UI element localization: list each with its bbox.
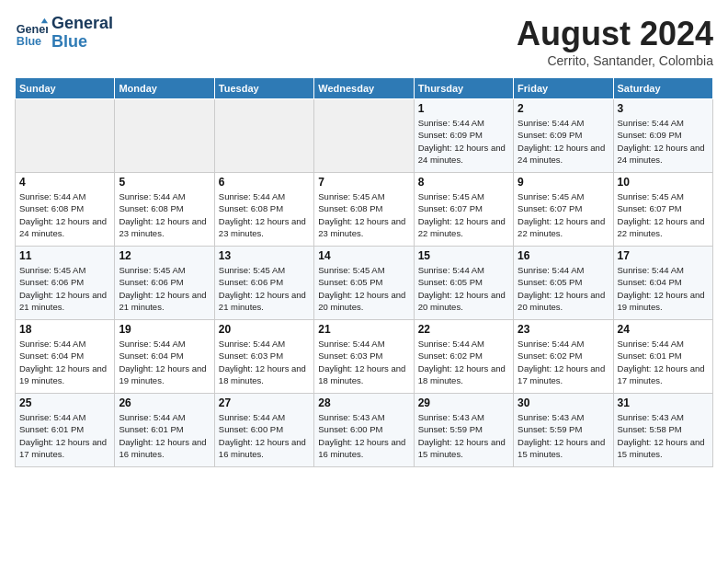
day-info: Sunrise: 5:44 AM Sunset: 6:04 PM Dayligh… <box>119 338 210 386</box>
calendar-day-cell: 17Sunrise: 5:44 AM Sunset: 6:04 PM Dayli… <box>613 247 712 320</box>
svg-marker-2 <box>41 18 48 23</box>
calendar-day-cell: 28Sunrise: 5:43 AM Sunset: 6:00 PM Dayli… <box>314 394 414 467</box>
day-number: 7 <box>318 176 409 189</box>
day-info: Sunrise: 5:44 AM Sunset: 6:04 PM Dayligh… <box>618 264 709 313</box>
day-info: Sunrise: 5:44 AM Sunset: 6:05 PM Dayligh… <box>518 264 609 313</box>
calendar-subtitle: Cerrito, Santander, Colombia <box>517 53 713 68</box>
day-number: 19 <box>119 323 210 336</box>
calendar-day-cell: 20Sunrise: 5:44 AM Sunset: 6:03 PM Dayli… <box>214 320 313 394</box>
calendar-day-cell: 14Sunrise: 5:45 AM Sunset: 6:05 PM Dayli… <box>314 247 414 320</box>
day-number: 16 <box>518 249 609 262</box>
title-block: August 2024 Cerrito, Santander, Colombia <box>517 15 713 68</box>
day-number: 6 <box>219 176 310 189</box>
logo: General Blue General Blue <box>15 15 113 52</box>
calendar-day-cell: 23Sunrise: 5:44 AM Sunset: 6:02 PM Dayli… <box>514 320 613 394</box>
day-info: Sunrise: 5:44 AM Sunset: 6:00 PM Dayligh… <box>219 411 310 460</box>
day-of-week-header: Thursday <box>414 78 513 99</box>
calendar-day-cell: 10Sunrise: 5:45 AM Sunset: 6:07 PM Dayli… <box>613 173 712 247</box>
day-of-week-header: Friday <box>514 78 613 99</box>
day-info: Sunrise: 5:45 AM Sunset: 6:08 PM Dayligh… <box>318 190 409 239</box>
day-number: 14 <box>318 249 409 262</box>
calendar-day-cell <box>314 99 414 173</box>
calendar-day-cell: 8Sunrise: 5:45 AM Sunset: 6:07 PM Daylig… <box>414 173 513 247</box>
day-of-week-header: Sunday <box>16 78 115 99</box>
calendar-day-cell: 31Sunrise: 5:43 AM Sunset: 5:58 PM Dayli… <box>613 394 712 467</box>
calendar-day-cell: 29Sunrise: 5:43 AM Sunset: 5:59 PM Dayli… <box>414 394 513 467</box>
day-number: 31 <box>618 396 709 409</box>
calendar-day-cell: 7Sunrise: 5:45 AM Sunset: 6:08 PM Daylig… <box>314 173 414 247</box>
day-info: Sunrise: 5:44 AM Sunset: 6:01 PM Dayligh… <box>119 411 210 460</box>
calendar-day-cell: 25Sunrise: 5:44 AM Sunset: 6:01 PM Dayli… <box>16 394 115 467</box>
day-info: Sunrise: 5:44 AM Sunset: 6:08 PM Dayligh… <box>119 190 210 239</box>
day-number: 21 <box>318 323 409 336</box>
day-info: Sunrise: 5:45 AM Sunset: 6:07 PM Dayligh… <box>618 190 709 239</box>
calendar-day-cell: 1Sunrise: 5:44 AM Sunset: 6:09 PM Daylig… <box>414 99 513 173</box>
day-number: 2 <box>518 102 609 115</box>
day-info: Sunrise: 5:43 AM Sunset: 5:59 PM Dayligh… <box>518 411 609 460</box>
day-number: 20 <box>219 323 310 336</box>
day-info: Sunrise: 5:45 AM Sunset: 6:06 PM Dayligh… <box>119 264 210 313</box>
calendar-day-cell: 3Sunrise: 5:44 AM Sunset: 6:09 PM Daylig… <box>613 99 712 173</box>
day-number: 15 <box>418 249 509 262</box>
day-number: 8 <box>418 176 509 189</box>
calendar-week-row: 4Sunrise: 5:44 AM Sunset: 6:08 PM Daylig… <box>16 173 713 247</box>
day-info: Sunrise: 5:45 AM Sunset: 6:06 PM Dayligh… <box>19 264 110 313</box>
day-info: Sunrise: 5:43 AM Sunset: 5:59 PM Dayligh… <box>418 411 509 460</box>
day-number: 3 <box>618 102 709 115</box>
day-info: Sunrise: 5:44 AM Sunset: 6:09 PM Dayligh… <box>418 117 509 166</box>
day-info: Sunrise: 5:44 AM Sunset: 6:02 PM Dayligh… <box>518 338 609 386</box>
day-number: 28 <box>318 396 409 409</box>
calendar-day-cell <box>115 99 214 173</box>
day-number: 11 <box>19 249 110 262</box>
day-number: 12 <box>119 249 210 262</box>
day-number: 23 <box>518 323 609 336</box>
calendar-day-cell <box>214 99 313 173</box>
day-info: Sunrise: 5:44 AM Sunset: 6:03 PM Dayligh… <box>318 338 409 386</box>
day-number: 17 <box>618 249 709 262</box>
calendar-day-cell: 12Sunrise: 5:45 AM Sunset: 6:06 PM Dayli… <box>115 247 214 320</box>
day-info: Sunrise: 5:43 AM Sunset: 5:58 PM Dayligh… <box>618 411 709 460</box>
day-number: 1 <box>418 102 509 115</box>
svg-text:Blue: Blue <box>17 34 41 47</box>
logo-text-general: General <box>51 15 113 33</box>
day-number: 24 <box>618 323 709 336</box>
calendar-title: August 2024 <box>517 15 713 53</box>
day-info: Sunrise: 5:43 AM Sunset: 6:00 PM Dayligh… <box>318 411 409 460</box>
calendar-week-row: 1Sunrise: 5:44 AM Sunset: 6:09 PM Daylig… <box>16 99 713 173</box>
day-number: 18 <box>19 323 110 336</box>
day-number: 9 <box>518 176 609 189</box>
calendar-day-cell: 24Sunrise: 5:44 AM Sunset: 6:01 PM Dayli… <box>613 320 712 394</box>
day-number: 4 <box>19 176 110 189</box>
calendar-day-cell: 13Sunrise: 5:45 AM Sunset: 6:06 PM Dayli… <box>214 247 313 320</box>
day-info: Sunrise: 5:44 AM Sunset: 6:08 PM Dayligh… <box>219 190 310 239</box>
day-info: Sunrise: 5:44 AM Sunset: 6:05 PM Dayligh… <box>418 264 509 313</box>
calendar-week-row: 11Sunrise: 5:45 AM Sunset: 6:06 PM Dayli… <box>16 247 713 320</box>
calendar-day-cell: 5Sunrise: 5:44 AM Sunset: 6:08 PM Daylig… <box>115 173 214 247</box>
calendar-day-cell: 26Sunrise: 5:44 AM Sunset: 6:01 PM Dayli… <box>115 394 214 467</box>
calendar-day-cell: 6Sunrise: 5:44 AM Sunset: 6:08 PM Daylig… <box>214 173 313 247</box>
calendar-day-cell: 19Sunrise: 5:44 AM Sunset: 6:04 PM Dayli… <box>115 320 214 394</box>
day-info: Sunrise: 5:44 AM Sunset: 6:04 PM Dayligh… <box>19 338 110 386</box>
calendar-day-cell: 22Sunrise: 5:44 AM Sunset: 6:02 PM Dayli… <box>414 320 513 394</box>
day-info: Sunrise: 5:44 AM Sunset: 6:09 PM Dayligh… <box>518 117 609 166</box>
day-number: 30 <box>518 396 609 409</box>
calendar-table: SundayMondayTuesdayWednesdayThursdayFrid… <box>15 77 713 467</box>
calendar-day-cell: 16Sunrise: 5:44 AM Sunset: 6:05 PM Dayli… <box>514 247 613 320</box>
calendar-day-cell: 2Sunrise: 5:44 AM Sunset: 6:09 PM Daylig… <box>514 99 613 173</box>
day-of-week-header: Saturday <box>613 78 712 99</box>
day-info: Sunrise: 5:44 AM Sunset: 6:03 PM Dayligh… <box>219 338 310 386</box>
calendar-day-cell: 4Sunrise: 5:44 AM Sunset: 6:08 PM Daylig… <box>16 173 115 247</box>
day-of-week-header: Monday <box>115 78 214 99</box>
page-header: General Blue General Blue August 2024 Ce… <box>15 15 713 68</box>
day-of-week-header: Tuesday <box>214 78 313 99</box>
calendar-week-row: 18Sunrise: 5:44 AM Sunset: 6:04 PM Dayli… <box>16 320 713 394</box>
logo-text-blue: Blue <box>51 33 113 52</box>
day-number: 10 <box>618 176 709 189</box>
calendar-day-cell: 11Sunrise: 5:45 AM Sunset: 6:06 PM Dayli… <box>16 247 115 320</box>
day-number: 26 <box>119 396 210 409</box>
calendar-day-cell: 15Sunrise: 5:44 AM Sunset: 6:05 PM Dayli… <box>414 247 513 320</box>
day-number: 13 <box>219 249 310 262</box>
day-info: Sunrise: 5:45 AM Sunset: 6:05 PM Dayligh… <box>318 264 409 313</box>
calendar-day-cell: 21Sunrise: 5:44 AM Sunset: 6:03 PM Dayli… <box>314 320 414 394</box>
day-number: 27 <box>219 396 310 409</box>
